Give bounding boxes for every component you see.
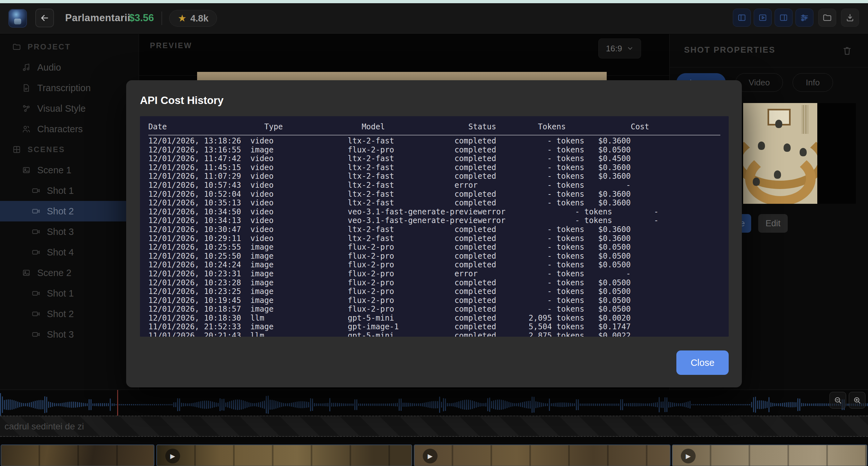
aspect-ratio-dropdown[interactable]: 16:9	[598, 38, 641, 58]
subtitle-text: cadrul sedintei de zi	[4, 422, 84, 432]
music-icon	[22, 63, 31, 72]
video-icon	[31, 207, 40, 216]
panel-right-button[interactable]	[775, 9, 793, 27]
app-logo-avatar	[8, 9, 27, 28]
sidebar-item-shot-2[interactable]: Shot 2	[0, 304, 139, 324]
sliders-button[interactable]	[796, 9, 813, 27]
audio-waveform-track[interactable]	[0, 391, 868, 418]
header-toolbar	[733, 9, 859, 27]
sidebar-item-label: Transcription	[37, 83, 91, 93]
shot-properties-title: SHOT PROPERTIES	[684, 45, 776, 55]
video-icon	[31, 227, 40, 236]
cost-table-rows: 12/01/2026, 13:18:26 video ltx-2-fast co…	[140, 137, 729, 337]
clip-frames	[673, 445, 867, 466]
api-cost-history-modal: API Cost History Date Type Model Status …	[126, 80, 742, 387]
trash-icon	[842, 45, 852, 56]
filmstrip-clip-4[interactable]: ▶	[672, 444, 867, 466]
video-icon	[31, 309, 40, 318]
sidebar-item-shot-3[interactable]: Shot 3	[0, 324, 139, 345]
timeline: cadrul sedintei de zi ▶▶▶	[0, 390, 868, 466]
timeline-zoom-out-button[interactable]	[830, 392, 846, 409]
clip-play-icon[interactable]: ▶	[681, 449, 695, 463]
clip-play-icon[interactable]: ▶	[423, 449, 437, 463]
sidebar-item-shot-4[interactable]: Shot 4	[0, 242, 139, 262]
cartoon-pillar	[801, 105, 808, 134]
zoom-out-icon	[834, 396, 842, 404]
file-icon	[22, 84, 31, 92]
sidebar-item-label: Shot 1	[47, 186, 74, 196]
chevron-down-icon	[627, 45, 634, 52]
tab-video[interactable]: Video	[736, 73, 783, 92]
modal-title: API Cost History	[140, 94, 223, 106]
sidebar-item-transcription[interactable]: Transcription	[0, 77, 139, 98]
sidebar-item-label: Shot 4	[47, 247, 74, 258]
session-cost[interactable]: $3.56	[129, 12, 154, 24]
sidebar-item-characters[interactable]: Characters	[0, 119, 139, 139]
sidebar-item-project[interactable]: PROJECT	[0, 37, 139, 57]
star-icon: ★	[178, 13, 186, 23]
tab-info[interactable]: Info	[793, 73, 833, 92]
clip-play-icon[interactable]: ▶	[165, 449, 180, 463]
back-button[interactable]	[35, 9, 54, 27]
cost-table[interactable]: Date Type Model Status Tokens Cost 12/01…	[140, 116, 729, 337]
app-header: Parlamentarii $3.56 ★ 4.8k	[0, 3, 868, 34]
video-icon	[31, 186, 40, 195]
filmstrip-clip-1[interactable]	[1, 444, 154, 466]
sidebar-item-shot-1[interactable]: Shot 1	[0, 180, 139, 201]
cartoon-figure	[774, 170, 781, 179]
timeline-zoom-in-button[interactable]	[849, 392, 865, 409]
cartoon-figure	[758, 142, 765, 150]
filmstrip-clip-3[interactable]: ▶	[414, 444, 671, 466]
close-button[interactable]: Close	[676, 350, 729, 375]
shot-thumbnail-image	[743, 103, 817, 204]
sidebar-item-scene-2[interactable]: Scene 2	[0, 262, 139, 283]
video-filmstrip-track: ▶▶▶	[0, 444, 868, 466]
header-divider	[161, 11, 162, 25]
cartoon-figure	[753, 178, 760, 186]
sidebar-item-label: Shot 2	[47, 206, 74, 217]
cartoon-figure	[783, 144, 790, 152]
sidebar-item-visual-style[interactable]: Visual Style	[0, 98, 139, 119]
sidebar-item-label: Visual Style	[37, 103, 86, 114]
sidebar-item-audio[interactable]: Audio	[0, 57, 139, 77]
image-icon	[22, 268, 31, 277]
sidebar-item-label: Shot 3	[47, 226, 74, 237]
sidebar-item-shot-1[interactable]: Shot 1	[0, 283, 139, 304]
cost-table-separator	[148, 135, 720, 135]
window-top-strip	[0, 0, 868, 3]
folder-button[interactable]	[818, 9, 836, 27]
clip-frames	[414, 445, 670, 466]
subtitle-track[interactable]: cadrul sedintei de zi	[0, 415, 868, 437]
edit-button[interactable]: Edit	[758, 214, 788, 233]
folder-icon	[12, 42, 21, 51]
preview-header: PREVIEW 16:9	[139, 34, 669, 76]
users-icon	[22, 125, 31, 133]
sidebar-item-label: SCENES	[28, 145, 65, 154]
download-button[interactable]	[841, 9, 859, 27]
panel-left-icon	[737, 13, 747, 23]
sidebar-item-label: Shot 3	[47, 329, 74, 340]
sidebar-item-scenes[interactable]: SCENES	[0, 139, 139, 160]
sidebar-item-scene-1[interactable]: Scene 1	[0, 160, 139, 180]
playhead[interactable]	[117, 390, 118, 420]
sidebar-item-label: Shot 2	[47, 309, 74, 319]
video-icon	[31, 248, 40, 257]
project-sidebar: PROJECTAudioTranscriptionVisual StyleCha…	[0, 34, 139, 390]
sidebar-item-shot-3[interactable]: Shot 3	[0, 221, 139, 242]
cartoon-figure	[800, 148, 807, 156]
star-count-badge[interactable]: ★ 4.8k	[169, 10, 217, 27]
play-panel-button[interactable]	[754, 9, 772, 27]
cartoon-figure	[775, 120, 782, 128]
shapes-icon	[22, 104, 31, 113]
folder-icon	[823, 13, 832, 23]
panel-right-icon	[779, 13, 788, 23]
delete-shot-button[interactable]	[839, 43, 855, 58]
grid-icon	[12, 145, 21, 154]
panel-left-button[interactable]	[733, 9, 751, 27]
zoom-in-icon	[853, 396, 861, 404]
sidebar-item-label: Scene 1	[37, 165, 71, 176]
video-icon	[31, 330, 40, 339]
clip-frames	[1, 445, 154, 466]
sidebar-item-shot-2[interactable]: Shot 2	[0, 201, 139, 221]
filmstrip-clip-2[interactable]: ▶	[156, 444, 412, 466]
